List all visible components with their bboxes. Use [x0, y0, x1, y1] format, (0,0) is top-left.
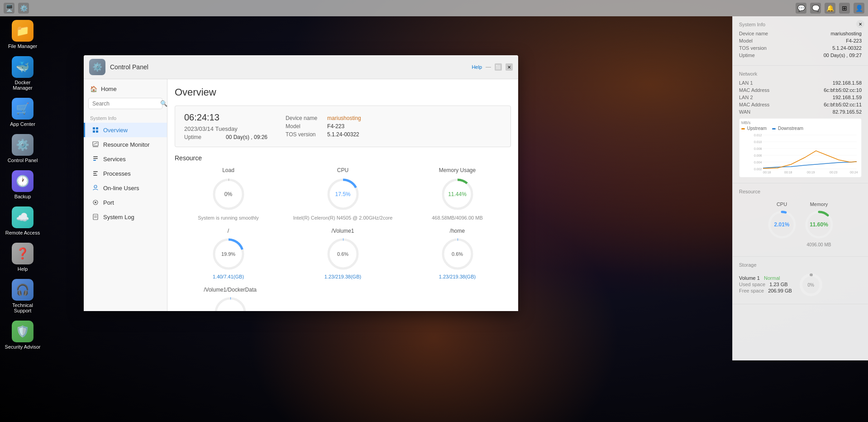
window-ctrl-dash: —: [486, 64, 491, 70]
chart-legend: Upstream Downstream: [741, 126, 859, 131]
home-label: Home: [101, 86, 117, 92]
home-icon: 🏠: [90, 86, 97, 92]
desktop-icon-control-panel[interactable]: ⚙️ Control Panel: [5, 134, 41, 163]
device-name-row: Device name mariushosting: [286, 115, 361, 121]
desktop-icon-backup[interactable]: 🕐 Backup: [5, 170, 41, 199]
disk-home-label: /home: [450, 228, 465, 234]
file-manager-icon: 📁: [12, 20, 33, 42]
wan-row: WAN 82.79.165.52: [739, 109, 862, 115]
mem-total: 4096.00 MB: [807, 242, 831, 247]
disk-volume1-item: /Volume1 0.6% 1.23/219.38(GB): [289, 228, 396, 279]
load-item: Load 0% System is running smoothly: [175, 167, 282, 221]
desktop-icon-remote-access[interactable]: ☁️ Remote Access: [5, 206, 41, 235]
desktop-icon-app-center[interactable]: 🛒 App Center: [5, 98, 41, 127]
disk-home-donut: 0.6%: [439, 236, 476, 272]
security-advisor-icon: 🛡️: [12, 321, 33, 342]
search-icon: 🔍: [160, 100, 167, 107]
main-content: Overview 06:24:13 2023/03/14 Tuesday Upt…: [167, 79, 518, 311]
device-name-key: Device name: [739, 31, 768, 36]
uptime-val: 00 Day(s) , 09:27: [824, 53, 862, 58]
resource-monitor-icon: [91, 140, 100, 149]
volume-label: Volume 1: [739, 275, 760, 281]
load-val: 0%: [210, 176, 247, 212]
lan2-key: LAN 2: [739, 95, 753, 100]
volume-status: Normal: [764, 275, 780, 281]
network-title: Network: [739, 71, 862, 77]
taskbar-chat-icon[interactable]: 🗨️: [810, 3, 821, 14]
resource-top-grid: Load 0% System is running smoothly CPU: [175, 167, 511, 221]
sidebar-item-overview[interactable]: Overview: [84, 123, 167, 137]
storage-section: Volume 1 Normal Used space 1.23 GB Free …: [739, 271, 862, 298]
window-body: 🏠 Home 🔍 System Info Overview Resource M…: [84, 79, 518, 311]
cpu-sub: Intel(R) Celeron(R) N4505 @ 2.00GHz/2cor…: [293, 215, 393, 221]
load-donut: 0%: [210, 176, 247, 212]
sidebar-system-log-label: System Log: [103, 214, 134, 221]
svg-text:00:19: 00:19: [807, 171, 815, 173]
disk-grid-2: /Volume1/DockerData 0.6% 1.23/219.38(GB): [175, 287, 511, 311]
taskbar-bell-icon[interactable]: 🔔: [825, 3, 835, 14]
mem-val: 11.44%: [439, 176, 476, 212]
svg-point-35: [94, 185, 97, 188]
app-center-label: App Center: [10, 121, 35, 127]
taskbar-settings-icon[interactable]: ⚙️: [18, 3, 29, 14]
taskbar-message-icon[interactable]: 💬: [796, 3, 806, 14]
sidebar-item-services[interactable]: Services: [84, 152, 167, 166]
panel-resource: Resource CPU 2.01% Memory: [733, 183, 868, 257]
device-name-row: Device name mariushosting: [739, 31, 862, 36]
desktop-icon-technical-support[interactable]: 🎧 Technical Support: [5, 279, 41, 313]
help-link[interactable]: Help: [472, 64, 482, 70]
sidebar-item-online-users[interactable]: On-line Users: [84, 181, 167, 195]
sidebar-home[interactable]: 🏠 Home: [84, 83, 167, 95]
storage-info: Volume 1 Normal Used space 1.23 GB Free …: [739, 275, 792, 294]
svg-text:0.004: 0.004: [754, 161, 762, 164]
tos-val: 5.1.24-00322: [832, 45, 862, 51]
sidebar-item-system-log[interactable]: System Log: [84, 210, 167, 224]
taskbar: 🖥️ ⚙️ 💬 🗨️ 🔔 ⊞ 👤: [0, 0, 868, 16]
system-info-title: System Info: [739, 22, 862, 27]
lan1-row: LAN 1 192.168.1.58: [739, 80, 862, 86]
info-right: Device name mariushosting Model F4-223 T…: [286, 112, 361, 140]
search-input[interactable]: [92, 101, 160, 107]
info-time: 06:24:13: [184, 112, 267, 123]
svg-rect-33: [93, 173, 96, 174]
desktop-icon-security-advisor[interactable]: 🛡️ Security Advisor: [5, 321, 41, 350]
window-close-button[interactable]: ✕: [506, 63, 513, 71]
taskbar-monitor-icon[interactable]: 🖥️: [4, 3, 14, 14]
mac2-row: MAC Address 6c:bf:b5:02:cc:11: [739, 102, 862, 107]
sidebar-item-resource-monitor[interactable]: Resource Monitor: [84, 137, 167, 152]
right-panel-close-button[interactable]: ✕: [856, 20, 864, 28]
upstream-dot: [741, 128, 745, 129]
storage-title: Storage: [739, 262, 862, 268]
tech-support-icon: 🎧: [12, 279, 33, 301]
taskbar-user-icon[interactable]: 👤: [854, 3, 864, 14]
docker-label: Docker Manager: [5, 80, 41, 91]
overview-info-card: 06:24:13 2023/03/14 Tuesday Uptime 00 Da…: [175, 106, 511, 147]
network-chart: MB/s Upstream Downstream 0.012 0.010 0.0…: [739, 118, 862, 177]
tech-support-label: Technical Support: [5, 302, 41, 313]
window-title: Control Panel: [110, 63, 148, 71]
window-restore-button[interactable]: ⬜: [495, 63, 502, 71]
control-panel-icon: ⚙️: [12, 134, 33, 156]
model-val: F4-223: [846, 38, 862, 43]
port-icon: [91, 198, 100, 206]
svg-rect-32: [93, 171, 98, 172]
wan-key: WAN: [739, 109, 750, 115]
tos-val: 5.1.24-00322: [327, 131, 359, 138]
desktop-icon-file-manager[interactable]: 📁 File Manager: [5, 20, 41, 49]
sidebar-item-processes[interactable]: Processes: [84, 166, 167, 181]
lan1-val: 192.168.1.58: [833, 80, 862, 86]
network-chart-svg: 0.012 0.010 0.008 0.006 0.004 0.002 00:1…: [741, 133, 859, 173]
svg-text:0.010: 0.010: [754, 140, 762, 144]
desktop-icon-docker[interactable]: 🐳 Docker Manager: [5, 56, 41, 91]
mem-gauge: 11.60%: [803, 209, 835, 240]
taskbar-grid-icon[interactable]: ⊞: [839, 3, 850, 14]
sidebar-services-label: Services: [103, 156, 126, 163]
disk-volume1-val: 0.6%: [325, 236, 361, 272]
disk-root-donut: 19.9%: [210, 236, 247, 272]
mem-gauge-label: Memory: [810, 201, 828, 207]
sidebar-item-port[interactable]: Port: [84, 195, 167, 210]
uptime-key: Uptime: [739, 53, 755, 58]
sidebar-search-box[interactable]: 🔍: [88, 98, 162, 109]
desktop-icon-help[interactable]: ❓ Help: [5, 243, 41, 272]
security-advisor-label: Security Advisor: [5, 344, 41, 350]
